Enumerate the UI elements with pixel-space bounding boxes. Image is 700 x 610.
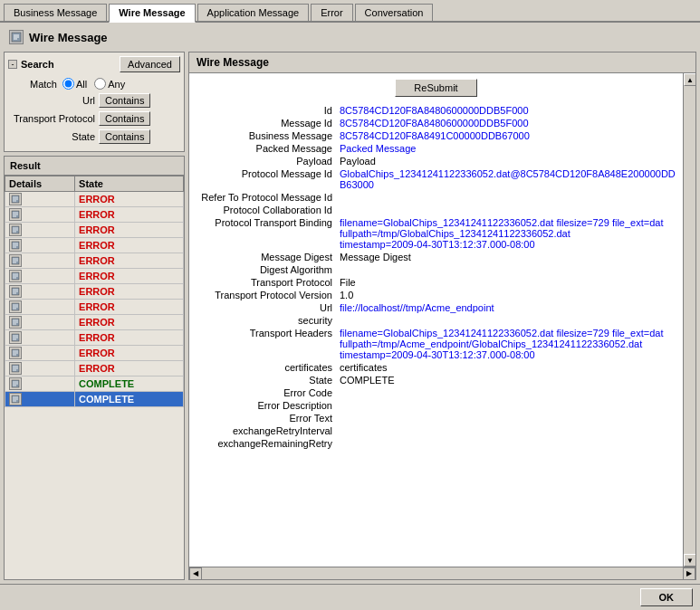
detail-key: Message Digest <box>195 251 340 263</box>
row-icon-cell[interactable] <box>5 284 75 300</box>
detail-key: Protocol Message Id <box>195 167 340 191</box>
row-detail-icon[interactable] <box>9 208 22 221</box>
scroll-left-button[interactable]: ◀ <box>189 567 202 580</box>
row-icon-cell[interactable] <box>5 376 75 392</box>
detail-key: State <box>195 374 340 386</box>
detail-value <box>340 263 677 276</box>
table-row[interactable]: ERROR <box>5 300 184 315</box>
table-row[interactable]: COMPLETE <box>5 376 184 392</box>
table-row[interactable]: ERROR <box>5 253 184 269</box>
detail-key: Transport Protocol Version <box>195 289 340 301</box>
vertical-scrollbar[interactable]: ▲ ▼ <box>683 73 695 567</box>
table-row[interactable]: ERROR <box>5 284 184 300</box>
row-detail-icon[interactable] <box>9 254 22 267</box>
row-icon-cell[interactable] <box>5 361 75 376</box>
row-detail-icon[interactable] <box>9 393 22 405</box>
detail-key: exchangeRetryInterval <box>195 424 340 437</box>
row-detail-icon[interactable] <box>9 331 22 344</box>
result-section: Result Details State ERRORERRORERRORERRO… <box>4 156 185 580</box>
row-icon-cell[interactable] <box>5 392 75 407</box>
row-icon-cell[interactable] <box>5 223 75 238</box>
match-any-radio[interactable]: Any <box>94 78 125 90</box>
table-row[interactable]: ERROR <box>5 346 184 361</box>
detail-row: Transport ProtocolFile <box>195 276 677 289</box>
table-row[interactable]: ERROR <box>5 192 184 207</box>
row-icon-cell[interactable] <box>5 315 75 330</box>
url-contains-button[interactable]: Contains <box>99 93 150 108</box>
table-row[interactable]: ERROR <box>5 238 184 253</box>
detail-row: Protocol Transport Bindingfilename=Globa… <box>195 216 677 251</box>
state-contains-button[interactable]: Contains <box>99 129 150 144</box>
row-detail-icon[interactable] <box>9 362 22 375</box>
detail-row: certificatescertificates <box>195 361 677 374</box>
row-icon-cell[interactable] <box>5 346 75 361</box>
row-state: ERROR <box>75 207 184 223</box>
row-state: COMPLETE <box>75 376 184 392</box>
table-row[interactable]: ERROR <box>5 223 184 238</box>
row-icon-cell[interactable] <box>5 238 75 253</box>
scroll-right-button[interactable]: ▶ <box>683 567 695 580</box>
detail-value <box>340 204 677 216</box>
row-detail-icon[interactable] <box>9 300 22 313</box>
row-state: ERROR <box>75 315 184 330</box>
tab-error[interactable]: Error <box>311 4 352 21</box>
detail-key: Transport Protocol <box>195 276 340 289</box>
row-detail-icon[interactable] <box>9 285 22 298</box>
row-state: ERROR <box>75 223 184 238</box>
row-icon-cell[interactable] <box>5 192 75 207</box>
tab-business-message[interactable]: Business Message <box>4 4 107 21</box>
tab-wire-message[interactable]: Wire Message <box>109 4 195 23</box>
row-icon-cell[interactable] <box>5 269 75 284</box>
match-all-radio[interactable]: All <box>62 78 87 90</box>
row-detail-icon[interactable] <box>9 316 22 329</box>
row-detail-icon[interactable] <box>9 347 22 359</box>
h-scroll-track[interactable] <box>202 567 683 580</box>
detail-key: Digest Algorithm <box>195 263 340 276</box>
detail-value: GlobalChips_12341241122336052.dat@8C5784… <box>340 167 677 191</box>
row-icon-cell[interactable] <box>5 330 75 346</box>
horizontal-scrollbar[interactable]: ◀ ▶ <box>189 567 695 579</box>
detail-value <box>340 191 677 204</box>
table-row[interactable]: ERROR <box>5 207 184 223</box>
detail-key: Business Message <box>195 129 340 142</box>
scroll-up-button[interactable]: ▲ <box>684 73 695 86</box>
search-title: Search <box>21 59 54 70</box>
table-row[interactable]: ERROR <box>5 315 184 330</box>
scroll-thumb[interactable] <box>684 86 695 554</box>
detail-value: filename=GlobalChips_12341241122336052.d… <box>340 327 677 361</box>
search-collapse-icon[interactable]: - <box>8 60 17 69</box>
row-icon-cell[interactable] <box>5 300 75 315</box>
table-row[interactable]: ERROR <box>5 361 184 376</box>
detail-scroll[interactable]: ReSubmit Id8C5784CD120F8A8480600000DDB5F… <box>189 73 683 567</box>
row-detail-icon[interactable] <box>9 224 22 236</box>
table-row[interactable]: ERROR <box>5 269 184 284</box>
tab-conversation[interactable]: Conversation <box>355 4 434 21</box>
detail-row: Message DigestMessage Digest <box>195 251 677 263</box>
row-icon-cell[interactable] <box>5 207 75 223</box>
table-row[interactable]: COMPLETE <box>5 392 184 407</box>
row-state: ERROR <box>75 330 184 346</box>
transport-contains-button[interactable]: Contains <box>99 111 150 126</box>
row-detail-icon[interactable] <box>9 270 22 282</box>
row-icon-cell[interactable] <box>5 253 75 269</box>
detail-value <box>340 386 677 399</box>
advanced-button[interactable]: Advanced <box>120 56 180 72</box>
row-detail-icon[interactable] <box>9 193 22 205</box>
detail-value: filename=GlobalChips_12341241122336052.d… <box>340 216 677 251</box>
detail-title: Wire Message <box>197 56 269 69</box>
detail-key: Message Id <box>195 117 340 129</box>
tab-application-message[interactable]: Application Message <box>197 4 310 21</box>
scroll-down-button[interactable]: ▼ <box>684 554 695 567</box>
row-detail-icon[interactable] <box>9 239 22 252</box>
detail-row: exchangeRetryInterval <box>195 424 677 437</box>
ok-button[interactable]: OK <box>640 588 694 606</box>
resubmit-button[interactable]: ReSubmit <box>395 79 476 97</box>
detail-row: Message Id8C5784CD120F8A8480600000DDB5F0… <box>195 117 677 129</box>
table-row[interactable]: ERROR <box>5 330 184 346</box>
detail-value: Message Digest <box>340 251 677 263</box>
row-detail-icon[interactable] <box>9 377 22 390</box>
url-row: Url Contains <box>8 93 180 108</box>
state-label: State <box>8 131 99 142</box>
detail-value: 8C5784CD120F8A8480600000DDB5F000 <box>340 104 677 117</box>
detail-row: Transport Headersfilename=GlobalChips_12… <box>195 327 677 361</box>
